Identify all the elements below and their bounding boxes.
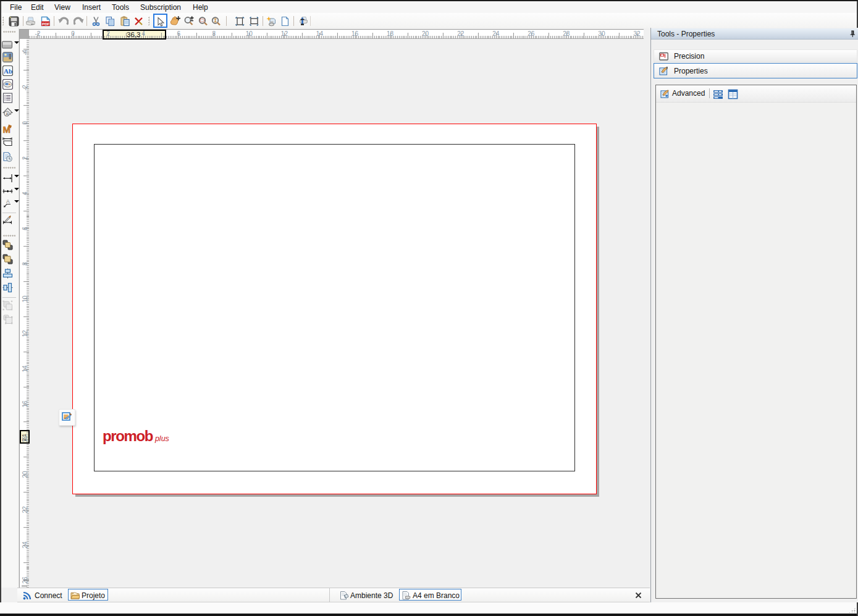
svg-text:Ab: Ab xyxy=(4,67,12,74)
svg-text:A: A xyxy=(6,198,10,205)
svg-text:A: A xyxy=(6,111,9,116)
svg-text:PDF: PDF xyxy=(42,22,50,26)
